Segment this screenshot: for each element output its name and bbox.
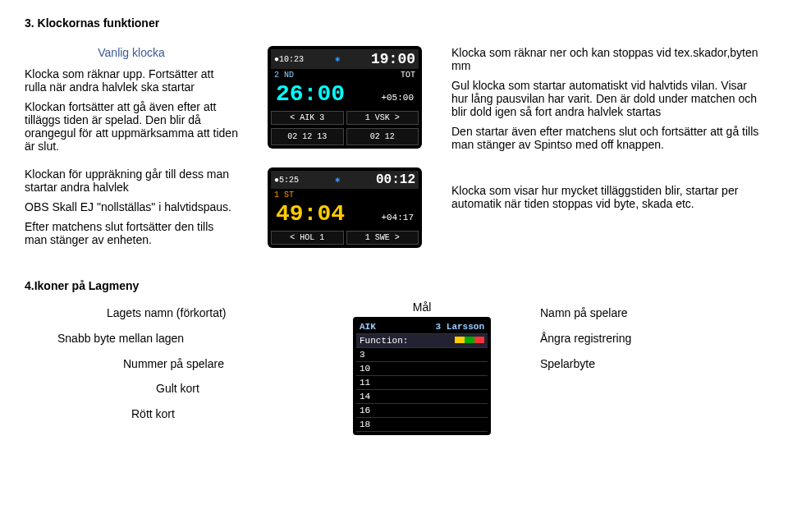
table-row: 11: [356, 376, 488, 390]
device2-score-left: < HOL 1: [271, 231, 344, 245]
table-row: 14: [356, 390, 488, 404]
menutable: AIK 3 Larsson Function: 3 10 11 14 16 18: [353, 317, 491, 435]
device2-sub-time: +04:17: [381, 213, 419, 222]
vanlig-klocka-label: Vanlig klocka: [25, 46, 238, 59]
device2-score-right: 1 SWE >: [346, 231, 419, 245]
device1-sub-time: +05:00: [381, 93, 419, 103]
lagets-namn-label: Lagets namn (förkortat): [107, 300, 304, 326]
device1-tot-label: TOT: [401, 71, 415, 80]
device1-main-time: 26:00: [271, 81, 381, 108]
right-para4: Klocka som visar hur mycket tilläggstide…: [451, 184, 763, 210]
menutable-header-left: AIK: [360, 322, 376, 332]
angra-label: Ångra registrering: [540, 326, 631, 351]
device1-topbar: ●10:23 ✱ 19:00: [271, 49, 419, 69]
device2-score-row: < HOL 1 1 SWE >: [271, 231, 419, 245]
device2: ●5:25 ✱ 00:12 1 ST 49:04 +04:17 < HOL 1 …: [268, 167, 422, 248]
menutable-function-row: Function:: [356, 334, 488, 348]
device2-topbar: ●5:25 ✱ 00:12: [271, 171, 419, 189]
device1-score-left: < AIK 3: [271, 111, 344, 125]
nummer-label: Nummer på spelare: [123, 351, 304, 377]
bluetooth-icon: ✱: [335, 54, 340, 64]
left-para3: Klockan för uppräkning går till dess man…: [25, 167, 238, 194]
gult-kort-label: Gult kort: [156, 376, 304, 401]
device1-score-row: < AIK 3 1 VSK >: [271, 111, 419, 125]
device2-main-time: 49:04: [271, 201, 381, 227]
device1-time-left: ●10:23: [274, 55, 304, 64]
row-num: 14: [360, 392, 370, 401]
lagmeny-right: Namn på spelare Ångra registrering Spela…: [540, 300, 631, 376]
table-row: 16: [356, 404, 488, 418]
device1-g1: 02 12 13: [271, 128, 344, 145]
red-card-icon: [474, 337, 484, 343]
device2-half: 1 ST: [274, 190, 294, 200]
menutable-header-right: 3 Larsson: [436, 322, 484, 332]
device1: ●10:23 ✱ 19:00 2 ND TOT 26:00 +05:00 < A…: [268, 46, 422, 149]
rott-kort-label: Rött kort: [131, 401, 304, 427]
green-seg-icon: [465, 337, 474, 343]
col-left2: Klockan för uppräkning går till dess man…: [25, 167, 238, 253]
row-num: 18: [360, 420, 370, 429]
col-mid-device2: ●5:25 ✱ 00:12 1 ST 49:04 +04:17 < HOL 1 …: [263, 167, 427, 255]
row-num: 16: [360, 406, 370, 415]
col-right2: Klocka som visar hur mycket tilläggstide…: [451, 167, 763, 217]
left-para2: Klockan fortsätter att gå även efter att…: [25, 100, 238, 153]
device1-half: 2 ND: [274, 71, 294, 80]
namn-spelare-label: Namn på spelare: [540, 300, 631, 326]
table-row: 3: [356, 348, 488, 362]
left-para1: Klocka som räknar upp. Fortsätter att ru…: [25, 67, 238, 94]
menutable-function-label: Function:: [360, 336, 408, 346]
right-para2: Gul klocka som startar automatiskt vid h…: [451, 79, 763, 118]
section3-row: Vanlig klocka Klocka som räknar upp. For…: [25, 46, 763, 159]
mal-label: Mål: [337, 300, 507, 314]
col-mid-device1: ●10:23 ✱ 19:00 2 ND TOT 26:00 +05:00 < A…: [263, 46, 427, 155]
yellow-card-icon: [455, 337, 465, 343]
left-para5: Efter matchens slut fortsätter den tills…: [25, 220, 238, 246]
lagmeny-device-wrap: Mål AIK 3 Larsson Function: 3 10 11 14 1…: [337, 300, 507, 435]
device1-goals-grid: 02 12 13 02 12: [271, 128, 419, 145]
row-num: 10: [360, 364, 370, 374]
section3-row2: Klockan för uppräkning går till dess man…: [25, 167, 763, 255]
right-para1: Klocka som räknar ner och kan stoppas vi…: [451, 46, 763, 72]
device1-g2: 02 12: [346, 128, 419, 145]
section3-title: 3. Klockornas funktioner: [25, 16, 763, 30]
lagmeny-left: Lagets namn (förkortat) Snabb byte mella…: [25, 300, 304, 427]
right-para3: Den startar även efter matchens slut och…: [451, 125, 763, 151]
row-num: 3: [360, 350, 365, 360]
device1-time-right: 19:00: [371, 51, 415, 67]
col-right: Klocka som räknar ner och kan stoppas vi…: [451, 46, 763, 158]
left-para4: OBS Skall EJ "nollställas" i halvtidspau…: [25, 200, 238, 213]
device1-score-right: 1 VSK >: [346, 111, 419, 125]
bluetooth-icon2: ✱: [335, 175, 340, 185]
spelarbyte-label: Spelarbyte: [540, 351, 631, 377]
device2-time-left: ●5:25: [274, 176, 299, 185]
menutable-header: AIK 3 Larsson: [356, 320, 488, 334]
row-num: 11: [360, 378, 370, 388]
lagmeny-row: Lagets namn (förkortat) Snabb byte mella…: [25, 300, 763, 435]
device2-time-right: 00:12: [376, 172, 415, 187]
col-left: Vanlig klocka Klocka som räknar upp. For…: [25, 46, 238, 159]
table-row: 10: [356, 362, 488, 376]
snabb-byte-label: Snabb byte mellan lagen: [57, 326, 304, 351]
card-bar: [455, 336, 484, 346]
table-row: 18: [356, 418, 488, 432]
section4-title: 4.Ikoner på Lagmeny: [25, 279, 763, 292]
